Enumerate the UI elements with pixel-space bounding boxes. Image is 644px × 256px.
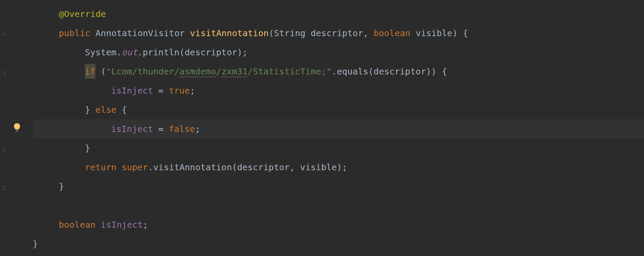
punct-token: ; bbox=[190, 83, 195, 98]
string-token: / bbox=[216, 64, 221, 79]
punct-token: . bbox=[137, 45, 142, 60]
string-token: Lcom/thunder/ bbox=[111, 64, 180, 79]
punct-token: ( bbox=[95, 64, 106, 79]
param-token: descriptor bbox=[237, 160, 289, 175]
code-editor[interactable]: @Override public AnnotationVisitor visit… bbox=[0, 0, 644, 256]
punct-token: { bbox=[122, 102, 127, 117]
fold-marker-icon bbox=[1, 185, 6, 191]
keyword-token: boolean bbox=[59, 217, 95, 232]
string-token: /StatisticTime; bbox=[247, 64, 326, 79]
fold-marker-icon bbox=[1, 33, 6, 38]
param-token: visible bbox=[416, 26, 452, 40]
type-token: String bbox=[274, 26, 305, 40]
keyword-token: boolean bbox=[374, 26, 410, 40]
punct-token: ( bbox=[368, 64, 373, 79]
string-token: " bbox=[106, 64, 111, 79]
code-line[interactable]: System.out.println(descriptor); bbox=[33, 43, 644, 62]
keyword-token: true bbox=[169, 83, 190, 98]
param-token: descriptor bbox=[185, 45, 237, 60]
code-line[interactable]: } bbox=[33, 138, 644, 158]
punct-token: } bbox=[59, 179, 64, 194]
keyword-token: else bbox=[90, 102, 122, 117]
code-line[interactable]: isInject = true; bbox=[33, 81, 644, 100]
code-line[interactable]: } else { bbox=[33, 100, 644, 119]
code-line[interactable]: boolean isInject; bbox=[33, 215, 644, 234]
string-token: " bbox=[326, 64, 332, 79]
punct-token: . bbox=[148, 160, 153, 175]
punct-token: ( bbox=[269, 26, 274, 40]
punct-token: } bbox=[85, 141, 90, 155]
method-call-token: visitAnnotation bbox=[153, 160, 232, 175]
punct-token: . bbox=[332, 64, 337, 79]
code-line[interactable]: @Override bbox=[33, 4, 644, 24]
keyword-token: public bbox=[59, 26, 90, 40]
punct-token: ; bbox=[195, 121, 200, 136]
code-line[interactable]: } bbox=[33, 177, 644, 196]
type-token: AnnotationVisitor bbox=[95, 26, 185, 40]
keyword-token: if bbox=[85, 64, 95, 79]
param-token: descriptor bbox=[311, 26, 363, 40]
punct-token: } bbox=[85, 102, 90, 117]
punct-token: ( bbox=[232, 160, 237, 175]
punct-token: = bbox=[153, 83, 169, 98]
method-name-token: visitAnnotation bbox=[190, 26, 269, 40]
punct-token: ); bbox=[337, 160, 347, 175]
field-token: isInject bbox=[111, 121, 153, 136]
punct-token: , bbox=[290, 160, 300, 175]
punct-token: ) { bbox=[431, 64, 447, 79]
keyword-token: false bbox=[169, 121, 195, 136]
method-call-token: println bbox=[142, 45, 179, 60]
punct-token: ; bbox=[143, 217, 148, 232]
code-line[interactable]: return super.visitAnnotation(descriptor,… bbox=[33, 158, 644, 177]
keyword-token: super bbox=[122, 160, 148, 175]
punct-token: ( bbox=[180, 45, 185, 60]
keyword-token: return bbox=[85, 160, 122, 175]
param-token: descriptor bbox=[373, 64, 426, 79]
code-line[interactable]: if ("Lcom/thunder/asmdemo/zxm31/Statisti… bbox=[33, 62, 644, 81]
field-token: isInject bbox=[101, 217, 142, 232]
code-content[interactable]: @Override public AnnotationVisitor visit… bbox=[28, 0, 644, 256]
string-typo-token: asmdemo bbox=[180, 64, 216, 79]
code-line[interactable] bbox=[33, 196, 644, 215]
string-typo-token: zxm31 bbox=[221, 64, 247, 79]
punct-token: . bbox=[116, 45, 122, 60]
code-line[interactable]: public AnnotationVisitor visitAnnotation… bbox=[33, 24, 644, 43]
param-token: visible bbox=[300, 160, 337, 175]
code-line[interactable]: } bbox=[33, 234, 644, 253]
method-call-token: equals bbox=[337, 64, 368, 79]
code-line-current[interactable]: isInject = false; bbox=[33, 119, 644, 138]
fold-marker-icon bbox=[1, 147, 6, 152]
punct-token: ) bbox=[426, 64, 431, 79]
svg-rect-0 bbox=[16, 130, 18, 131]
punct-token: ) { bbox=[452, 26, 468, 40]
svg-rect-1 bbox=[16, 131, 18, 132]
static-field-token: out bbox=[122, 45, 137, 60]
punct-token: = bbox=[153, 121, 169, 136]
punct-token: } bbox=[33, 236, 38, 251]
field-token: isInject bbox=[111, 83, 153, 98]
editor-gutter bbox=[0, 0, 28, 256]
punct-token: ); bbox=[237, 45, 247, 60]
punct-token: , bbox=[363, 26, 368, 40]
fold-marker-icon bbox=[1, 71, 6, 76]
annotation-token: @Override bbox=[59, 7, 106, 21]
identifier-token: System bbox=[85, 45, 116, 60]
intention-bulb-icon[interactable] bbox=[13, 123, 21, 132]
